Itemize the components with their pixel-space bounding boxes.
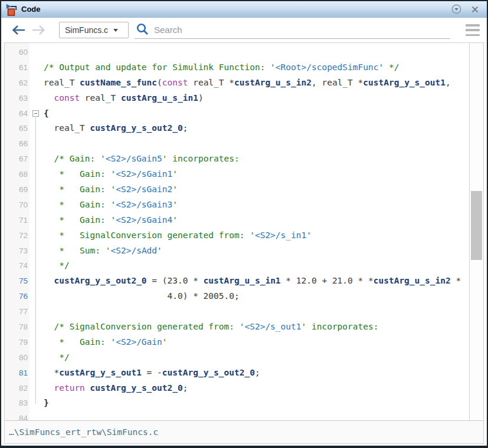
- simulink-code-icon: [5, 3, 18, 16]
- code-line: 4.0) * 2005.0;: [44, 289, 469, 304]
- toolbar: SimFuncs.c: [1, 18, 487, 42]
- line-number: 73: [5, 243, 30, 259]
- code-block-link[interactable]: <S2>/s_out1: [244, 322, 301, 331]
- forward-arrow-icon: [31, 24, 46, 36]
- collapse-window-icon: [451, 4, 461, 14]
- line-number: 75: [5, 274, 30, 289]
- line-number: 83: [5, 396, 30, 411]
- line-number: 66: [5, 136, 30, 151]
- line-number: 61: [5, 60, 30, 75]
- line-number: 69: [5, 182, 30, 197]
- code-block-link[interactable]: <S2>/sGain2: [116, 185, 172, 194]
- line-number: 76: [5, 289, 30, 304]
- line-number: 70: [5, 197, 30, 213]
- menu-button[interactable]: [466, 24, 480, 36]
- code-line: return custArg_y_s_out2_0;: [44, 381, 469, 396]
- window-title: Code: [21, 5, 443, 14]
- code-line: * Gain: '<S2>/sGain1': [44, 167, 469, 182]
- dropdown-caret-icon: [113, 29, 118, 32]
- fold-collapse-icon[interactable]: [32, 110, 39, 117]
- code-window: Code SimFuncs.c: [0, 0, 488, 448]
- menu-icon: [466, 24, 480, 27]
- line-number: 82: [5, 381, 30, 396]
- collapse-window-button[interactable]: [450, 4, 462, 15]
- file-selector-dropdown[interactable]: SimFuncs.c: [59, 22, 129, 38]
- close-icon: [471, 6, 479, 13]
- code-line: * Gain: '<S2>/sGain2': [44, 182, 469, 197]
- code-block-link[interactable]: <S2>/sGain5: [106, 154, 162, 163]
- line-number: 81: [5, 365, 30, 381]
- status-bar: …\SimFuncs_ert_rtw\SimFuncs.c: [5, 420, 483, 443]
- line-number: 77: [5, 304, 30, 319]
- code-line: custArg_y_s_out2_0 = (23.0 * custArg_u_s…: [44, 274, 469, 289]
- code-line: const real_T custArg_u_s_in1): [44, 91, 469, 106]
- title-bar: Code: [1, 1, 487, 18]
- code-line: * SignalConversion generated from: '<S2>…: [44, 228, 469, 243]
- line-number: 63: [5, 91, 30, 106]
- code-line: /* SignalConversion generated from: '<S2…: [44, 319, 469, 335]
- file-path: …\SimFuncs_ert_rtw\SimFuncs.c: [9, 427, 158, 437]
- fold-scope-line: [35, 117, 36, 404]
- code-line: /* Output and update for Simulink Functi…: [44, 60, 469, 75]
- code-line: /* Gain: '<S2>/sGain5' incorporates:: [44, 151, 469, 167]
- file-selector-label: SimFuncs.c: [65, 25, 108, 35]
- line-number: 68: [5, 167, 30, 182]
- code-line: [44, 411, 469, 420]
- code-line: [44, 136, 469, 151]
- line-number: 72: [5, 228, 30, 243]
- code-line: }: [44, 396, 469, 411]
- line-number-gutter: 6061626364656667686970717273747576777879…: [5, 43, 30, 420]
- line-number: 80: [5, 350, 30, 365]
- nav-forward-button[interactable]: [31, 24, 46, 37]
- scrollbar-thumb[interactable]: [471, 191, 482, 260]
- line-number: 78: [5, 319, 30, 335]
- code-line: *custArg_y_s_out1 = -custArg_y_s_out2_0;: [44, 365, 469, 381]
- line-number: 62: [5, 75, 30, 91]
- close-button[interactable]: [469, 4, 481, 15]
- code-block-link[interactable]: <S2>/sGain1: [116, 169, 172, 179]
- line-number: 79: [5, 335, 30, 350]
- editor-area: 6061626364656667686970717273747576777879…: [5, 43, 483, 420]
- nav-back-button[interactable]: [11, 24, 26, 37]
- line-number: 64: [5, 106, 30, 121]
- line-number: 67: [5, 151, 30, 167]
- code-block-link[interactable]: <S2>/sGain4: [116, 215, 172, 225]
- code-line: [44, 304, 469, 319]
- code-line: real_T custArg_y_s_out2_0;: [44, 121, 469, 136]
- code-line: */: [44, 350, 469, 365]
- code-block-link[interactable]: <S2>/Gain: [116, 337, 162, 347]
- code-line: * Gain: '<S2>/sGain3': [44, 197, 469, 213]
- code-block-link[interactable]: <S2>/s_in1: [255, 230, 306, 240]
- code-line: * Sum: '<S2>/sAdd': [44, 243, 469, 259]
- code-block-link[interactable]: <Root>/scopedSimFunc: [276, 62, 379, 72]
- code-panel: 6061626364656667686970717273747576777879…: [4, 42, 484, 444]
- search-field: [135, 21, 450, 39]
- code-block-link[interactable]: <S2>/sAdd: [111, 246, 158, 255]
- code-line: [44, 45, 469, 60]
- search-input[interactable]: [154, 25, 450, 35]
- code-column: /* Output and update for Simulink Functi…: [41, 43, 469, 420]
- fold-column: [30, 43, 41, 420]
- search-icon: [136, 22, 149, 36]
- line-number: 84: [5, 411, 30, 420]
- code-block-link[interactable]: <S2>/sGain3: [116, 200, 172, 209]
- line-number: 74: [5, 258, 30, 274]
- code-line: {: [44, 106, 469, 121]
- code-line: */: [44, 258, 469, 274]
- code-line: * Gain: '<S2>/Gain': [44, 335, 469, 350]
- line-number: 65: [5, 121, 30, 136]
- line-number: 60: [5, 45, 30, 60]
- vertical-scrollbar[interactable]: [469, 43, 483, 420]
- back-arrow-icon: [11, 24, 26, 36]
- code-line: real_T custName_s_func(const real_T *cus…: [44, 75, 469, 91]
- line-number: 71: [5, 213, 30, 228]
- code-line: * Gain: '<S2>/sGain4': [44, 213, 469, 228]
